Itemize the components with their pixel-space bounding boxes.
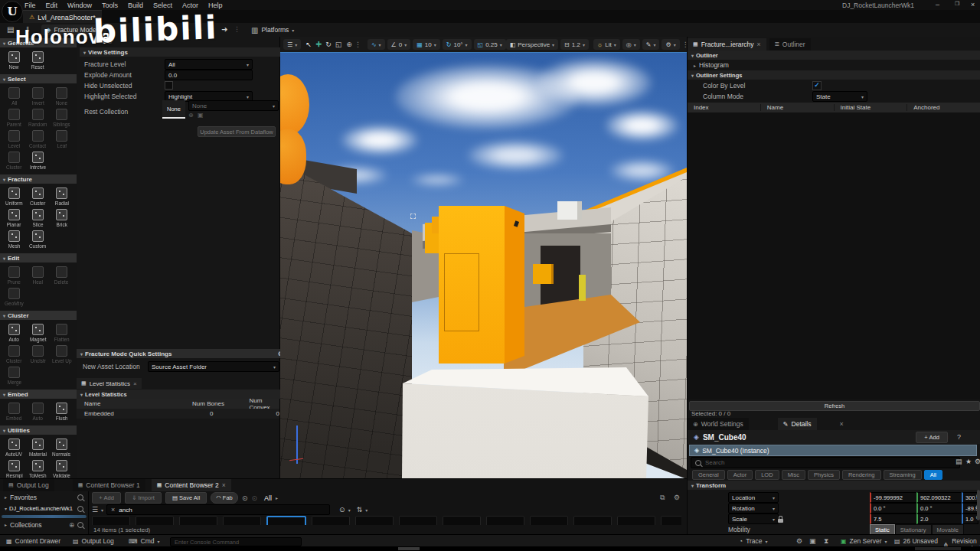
column-header[interactable]: Name [761,104,835,111]
menu-item[interactable]: Window [67,2,92,9]
tool-button[interactable]: Planar [2,207,26,229]
fracture-level-dropdown[interactable]: All▾ [165,59,253,70]
breadcrumb[interactable]: All [264,494,272,502]
tool-button[interactable]: All [2,86,26,107]
tab-fracture-hierarchy[interactable]: ▦ Fracture...ierarchy × [688,38,766,51]
asset-thumbnail[interactable] [573,516,612,525]
dock-icon[interactable]: ⧉ [660,494,665,502]
asset-thumbnail[interactable] [312,516,350,525]
screen-percentage-dropdown[interactable]: ⊟ 1.2▾ [560,39,589,50]
menu-item[interactable]: Select [153,2,172,9]
grid-snap-dropdown[interactable]: ▦ 10▾ [413,39,439,50]
filter-chip[interactable]: LOD [755,470,779,480]
location-x-field[interactable]: -99.999992 [870,492,918,503]
gear-icon[interactable]: ⚙ [674,494,680,501]
explode-amount-input[interactable]: 0.0 [165,70,253,80]
tool-button[interactable]: Siblings [50,107,74,129]
platforms-dropdown[interactable]: ▥ Platforms ▾ [247,24,299,35]
transform-header[interactable]: ▾Transform [688,481,980,490]
gear-icon[interactable]: ⚙ [975,458,980,465]
quick-settings-header[interactable]: ▾Fracture Mode Quick Settings ⚙ [77,349,287,358]
cb-search-input[interactable]: × anch [106,504,330,515]
tool-button[interactable]: Auto [2,322,26,344]
tab-outliner[interactable]: ☰ Outliner [769,38,811,51]
tool-button[interactable]: Cluster [2,344,26,365]
scale-lock-icon[interactable] [778,519,783,523]
tool-button[interactable]: GeoMtry [2,286,26,308]
rest-collection-use-icon[interactable]: ⊕ [188,112,194,119]
plus-circle-icon[interactable]: ⊕ [69,521,74,529]
save-icon[interactable]: ▤ [7,25,14,34]
tab-content-browser-1[interactable]: ▦ Content Browser 1 [73,479,145,491]
outliner-settings-header[interactable]: ▾Outliner Settings [688,70,980,80]
mobility-option[interactable]: Movable [932,524,964,535]
color-by-level-checkbox[interactable]: ✓ [812,81,822,90]
tool-button[interactable]: Mesh [2,229,26,250]
search-icon[interactable] [77,522,83,528]
close-icon[interactable]: × [840,420,844,428]
column-header[interactable]: Anchored [907,104,980,111]
more-icon[interactable]: ⋮ [354,41,361,48]
rest-collection-browse-icon[interactable]: ▣ [198,112,204,119]
tool-button[interactable]: Resmpl [2,458,26,478]
viewport-options-dropdown[interactable]: ☰▾ [283,39,301,50]
rotation-snap-dropdown[interactable]: ↻ 10°▾ [443,39,472,50]
tool-button[interactable]: Parent [2,107,26,129]
restore-button[interactable]: ❐ [955,1,959,7]
section-cluster[interactable]: ▾Cluster [0,311,77,320]
tool-button[interactable]: Magnet [26,322,50,344]
help-icon[interactable]: ? [957,433,961,441]
launch-button[interactable]: ➜ [221,25,227,34]
rotation-dropdown[interactable]: Rotation▾ [728,503,779,514]
column-mode-dropdown[interactable]: State▾ [812,91,867,102]
tool-button[interactable]: ToMesh [26,458,50,478]
viewport-settings-dropdown[interactable]: ⚙▾ [662,39,679,50]
asset-thumbnail[interactable] [399,516,437,525]
perspective-dropdown[interactable]: ◧ Perspective▾ [506,39,558,50]
section-select[interactable]: ▾Select [0,74,77,83]
asset-thumbnail[interactable] [443,516,481,525]
mobility-option[interactable]: Static [870,524,895,535]
show-flags-dropdown[interactable]: ◎▾ [622,39,640,50]
tool-button[interactable]: Reset [26,50,50,71]
filter-chip[interactable]: Actor [727,470,753,480]
tool-button[interactable]: Level [2,129,26,150]
tool-button[interactable]: Validate [50,458,74,478]
column-header[interactable]: Index [688,104,761,111]
menu-item[interactable]: Edit [46,2,58,9]
column-header[interactable]: Initial State [835,104,908,111]
histogram-row[interactable]: ▸Histogram [694,61,729,69]
filter-chip[interactable]: Rendering [842,470,881,480]
asset-thumbnail[interactable] [355,516,394,525]
settings-preset-icon[interactable]: ▤ [956,458,962,465]
tool-button[interactable]: Intrctve [26,150,50,171]
filter-chip[interactable]: General [692,470,725,480]
location-snap-dropdown[interactable]: ∠ 0▾ [387,39,411,50]
zen-server-dropdown[interactable]: ▣ Zen Server▾ [841,537,887,545]
filter-chip[interactable]: All [924,470,942,480]
tool-button[interactable]: Delete [50,265,74,286]
output-log-button[interactable]: ▤ Output Log [73,537,114,545]
tool-button[interactable]: Merge [2,365,26,386]
console-input[interactable]: Enter Console Command [170,537,302,546]
star-icon[interactable]: ★ [965,458,972,465]
asset-thumbnail[interactable] [266,516,306,525]
fab-button[interactable]: ◠Fab [211,492,238,504]
tool-button[interactable]: Invert [26,86,50,107]
tool-button[interactable]: Auto [26,401,50,422]
import-button[interactable]: ⇓Import [125,492,162,504]
sources-project[interactable]: ▾DJ_RocketLauncherWk1 [0,503,88,514]
asset-thumbnail[interactable] [486,516,524,525]
tab-content-browser-2[interactable]: ▦ Content Browser 2 × [152,479,231,491]
outliner-section-header[interactable]: ▾Outliner [688,51,980,60]
tool-button[interactable]: Uniform [2,186,26,207]
gizmo-z-axis[interactable] [296,425,298,464]
tool-button[interactable]: Flush [50,401,74,422]
brush-settings-dropdown[interactable]: ✎▾ [642,39,660,50]
close-icon[interactable]: × [222,481,226,489]
filter-chip[interactable]: Physics [808,470,840,480]
forward-icon[interactable]: ⊙ [252,494,258,502]
play-options-icon[interactable]: ⋮ [234,25,240,33]
clear-search-icon[interactable]: × [111,506,115,514]
level-statistics-tab[interactable]: ▦ Level Statistics × [77,378,142,389]
